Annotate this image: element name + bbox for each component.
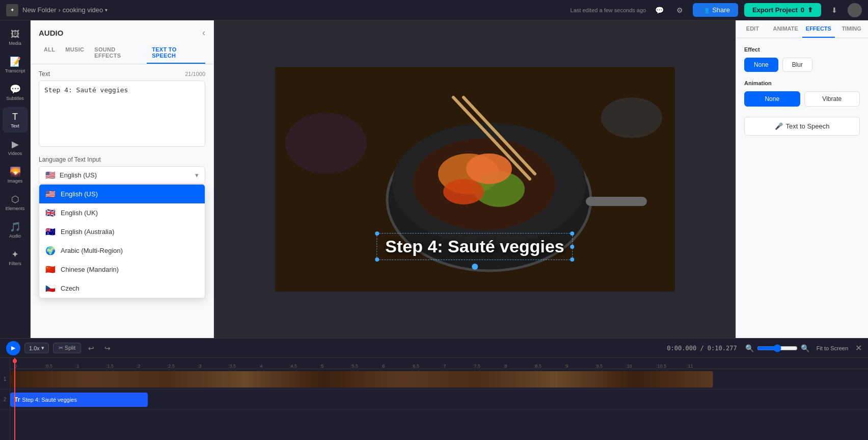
- zoom-controls: 🔍 🔍: [745, 344, 809, 352]
- effect-none-button[interactable]: None: [744, 58, 778, 72]
- handle-middle-right[interactable]: [571, 245, 575, 249]
- share-button[interactable]: 👥 Share: [693, 3, 738, 17]
- zoom-out-icon[interactable]: 🔍: [745, 344, 754, 352]
- time-display: 0:00.000 / 0:10.277: [667, 345, 737, 352]
- ruler-mark-9: :9: [564, 364, 568, 369]
- track-numbers: 1 2: [0, 358, 10, 440]
- handle-bottom-left[interactable]: [375, 257, 379, 262]
- time-separator: /: [700, 345, 707, 352]
- zoom-slider[interactable]: [757, 344, 798, 352]
- audio-panel-header: AUDIO ‹: [31, 20, 213, 38]
- speed-button[interactable]: 1.0x ▾: [24, 343, 49, 353]
- filters-label: Filters: [9, 261, 21, 266]
- app-logo: ✦: [6, 4, 18, 16]
- lang-option-zh[interactable]: 🇨🇳 Chinese (Mandarin): [39, 260, 205, 279]
- redo-icon: ↪: [104, 344, 111, 352]
- sidebar-item-transcript[interactable]: 📝 Transcript: [3, 52, 28, 77]
- download-button[interactable]: ⬇: [827, 3, 842, 17]
- right-panel: EDIT ANIMATE EFFECTS TIMING Effect None …: [736, 20, 868, 338]
- export-button[interactable]: Export Project 0 ⬆: [744, 3, 821, 17]
- language-select-display[interactable]: 🇺🇸 English (US) ▾: [39, 166, 205, 184]
- language-label: Language of Text Input: [39, 156, 205, 163]
- ruler-marks: 0 :0.5 :1 :1.5 :2 :2.5 :3 :3.5 :4 :4.5 :…: [14, 358, 727, 369]
- ruler-mark-5: :5: [320, 364, 324, 369]
- tts-text-input[interactable]: Step 4: Sauté veggies: [39, 81, 205, 147]
- sidebar-item-filters[interactable]: ✦ Filters: [3, 245, 28, 270]
- ruler-mark-7: :7: [442, 364, 446, 369]
- text-track-row: Tr Step 4: Sauté veggies: [10, 390, 868, 410]
- folder-name: New Folder: [22, 6, 56, 14]
- svg-point-7: [466, 153, 512, 184]
- label-en-uk: English (UK): [61, 209, 98, 217]
- playhead-ruler: [14, 358, 15, 369]
- video-track-clip[interactable]: [10, 371, 713, 387]
- tab-sound-effects[interactable]: SOUND EFFECTS: [89, 42, 147, 64]
- user-avatar[interactable]: [848, 3, 862, 17]
- lang-option-en-au[interactable]: 🇦🇺 English (Australia): [39, 222, 205, 241]
- sidebar-item-elements[interactable]: ⬡ Elements: [3, 190, 28, 215]
- ruler-mark-15: :1.5: [106, 364, 114, 369]
- timeline-tracks[interactable]: 0 :0.5 :1 :1.5 :2 :2.5 :3 :3.5 :4 :4.5 :…: [10, 358, 868, 440]
- redo-button[interactable]: ↪: [101, 342, 114, 354]
- handle-rotate[interactable]: [472, 264, 478, 270]
- flag-en-au: 🇦🇺: [45, 227, 56, 237]
- svg-point-12: [285, 113, 367, 174]
- text-label: Text: [11, 123, 19, 128]
- zoom-in-icon[interactable]: 🔍: [801, 344, 809, 352]
- sidebar-item-images[interactable]: 🌄 Images: [3, 162, 28, 188]
- ruler-mark-95: :9.5: [595, 364, 603, 369]
- text-label-row: Text 21/1000: [39, 70, 205, 77]
- text-icon: T: [12, 112, 18, 122]
- audio-label: Audio: [9, 234, 21, 239]
- text-to-speech-button[interactable]: 🎤 Text to Speech: [744, 117, 860, 136]
- flag-ar: 🌍: [45, 246, 56, 255]
- tab-timing[interactable]: TIMING: [835, 20, 868, 38]
- audio-panel: AUDIO ‹ ALL MUSIC SOUND EFFECTS TEXT TO …: [31, 20, 214, 338]
- tab-all[interactable]: ALL: [39, 42, 60, 64]
- speed-chevron-icon: ▾: [41, 345, 44, 351]
- export-count: 0: [801, 6, 804, 14]
- close-timeline-button[interactable]: ✕: [855, 343, 862, 353]
- label-zh: Chinese (Mandarin): [61, 266, 119, 273]
- sidebar-item-media[interactable]: 🖼 Media: [3, 24, 28, 50]
- split-label: ✂ Split: [59, 345, 75, 351]
- text-track-clip[interactable]: Tr Step 4: Sauté veggies: [10, 393, 148, 407]
- undo-button[interactable]: ↩: [85, 342, 97, 354]
- tab-edit[interactable]: EDIT: [736, 20, 769, 38]
- lang-option-en-us[interactable]: 🇺🇸 English (US): [39, 185, 205, 203]
- sidebar-item-audio[interactable]: 🎵 Audio: [3, 217, 28, 243]
- split-button[interactable]: ✂ Split: [53, 343, 81, 353]
- comment-button[interactable]: 💬: [652, 3, 666, 17]
- track-number-2: 2: [0, 390, 10, 410]
- sidebar-item-subtitles[interactable]: 💬 Subtitles: [3, 80, 28, 105]
- svg-point-13: [601, 97, 662, 138]
- sidebar-item-videos[interactable]: ▶ Videos: [3, 135, 28, 160]
- tab-animate[interactable]: ANIMATE: [769, 20, 802, 38]
- lang-option-en-uk[interactable]: 🇬🇧 English (UK): [39, 203, 205, 222]
- right-panel-tabs: EDIT ANIMATE EFFECTS TIMING: [736, 20, 868, 38]
- transcript-label: Transcript: [5, 68, 25, 73]
- tab-text-to-speech[interactable]: TEXT TO SPEECH: [147, 42, 205, 64]
- anim-none-button[interactable]: None: [744, 91, 800, 107]
- lang-option-cs[interactable]: 🇨🇿 Czech: [39, 279, 205, 298]
- effect-blur-button[interactable]: Blur: [782, 58, 812, 72]
- ruler-mark-2: :2: [137, 364, 141, 369]
- label-ar: Arabic (Multi-Region): [61, 247, 123, 254]
- video-area: Step 4: Sauté veggies: [214, 20, 736, 338]
- time-current: 0:00.000: [667, 345, 696, 352]
- tts-button-label: Text to Speech: [786, 122, 830, 130]
- tab-music[interactable]: MUSIC: [60, 42, 89, 64]
- tab-effects[interactable]: EFFECTS: [802, 20, 835, 38]
- ruler-mark-6: :6: [381, 364, 385, 369]
- project-chevron[interactable]: ▾: [105, 7, 107, 13]
- audio-panel-close-button[interactable]: ‹: [202, 28, 205, 38]
- play-button[interactable]: ▶: [6, 341, 20, 355]
- text-overlay-container[interactable]: Step 4: Sauté veggies: [376, 233, 573, 260]
- sidebar-item-text[interactable]: T Text: [3, 107, 28, 133]
- handle-top-left[interactable]: [375, 231, 379, 236]
- fit-screen-button[interactable]: Fit to Screen: [813, 344, 851, 352]
- anim-vibrate-button[interactable]: Vibrate: [804, 91, 860, 107]
- lang-option-ar[interactable]: 🌍 Arabic (Multi-Region): [39, 241, 205, 260]
- settings-button[interactable]: ⚙: [672, 3, 687, 17]
- video-track-row: [10, 369, 868, 390]
